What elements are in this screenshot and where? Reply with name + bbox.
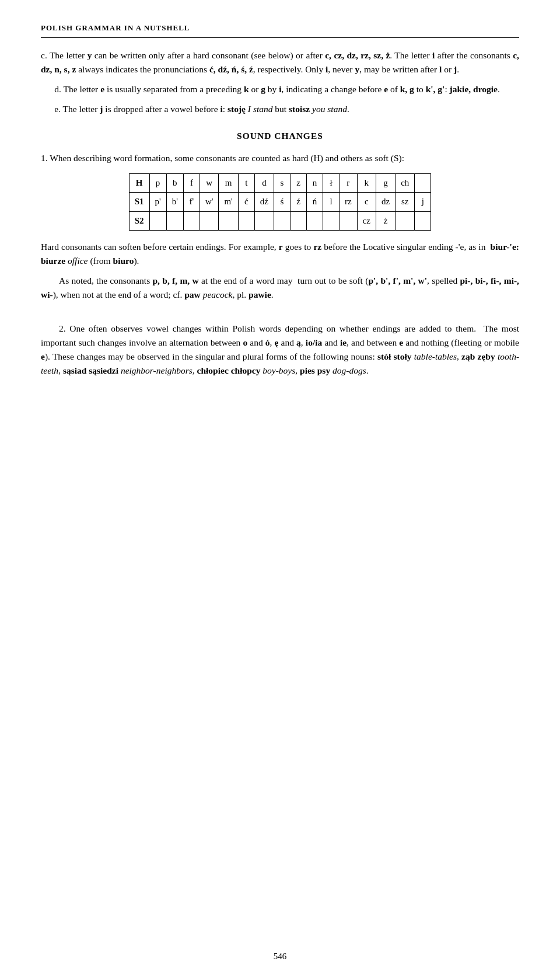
main-content: c. The letter y can be written only afte… [41, 48, 519, 378]
table-row-s1: S1 p' b' f' w' m' ć dź ś ź ń l rz c dz s… [129, 193, 431, 211]
cell-h-m: m [219, 174, 238, 193]
cell-s1-m: m' [219, 193, 238, 211]
cell-s2-10 [307, 211, 323, 230]
paragraph-c: c. The letter y can be written only afte… [41, 48, 519, 76]
cell-h-empty [415, 174, 431, 193]
cell-s2-cz: cz [357, 211, 376, 230]
cell-s1-w: w' [200, 193, 219, 211]
item-2-para: 2. One often observes vowel changes with… [41, 322, 519, 378]
cell-h-w: w [200, 174, 219, 193]
soft-consonants-para: As noted, the consonants p, b, f, m, w a… [41, 274, 519, 302]
row-label-s1: S1 [129, 193, 149, 211]
cell-s2-1 [149, 211, 166, 230]
cell-s1-dz-acute: dź [254, 193, 274, 211]
cell-s2-4 [200, 211, 219, 230]
cell-h-d: d [254, 174, 274, 193]
page: POLISH GRAMMAR IN A NUTSHELL c. The lett… [0, 0, 560, 979]
cell-s2-15 [396, 211, 415, 230]
cell-h-z: z [290, 174, 307, 193]
cell-s2-12 [340, 211, 358, 230]
row-label-s2: S2 [129, 211, 149, 230]
cell-s1-f: f' [183, 193, 200, 211]
page-number: 546 [274, 952, 287, 961]
row-label-h: H [129, 174, 149, 193]
cell-h-p: p [149, 174, 166, 193]
cell-h-s: s [274, 174, 290, 193]
table-row-h: H p b f w m t d s z n ł r k g ch [129, 174, 431, 193]
cell-s1-dz: dz [376, 193, 395, 211]
cell-s1-p: p' [149, 193, 166, 211]
sound-table: H p b f w m t d s z n ł r k g ch [129, 173, 432, 231]
cell-s2-2 [166, 211, 183, 230]
cell-s1-n-acute: ń [307, 193, 323, 211]
paragraph-d: d. The letter e is usually separated fro… [41, 82, 519, 96]
cell-s1-sz: sz [396, 193, 415, 211]
header-divider [41, 37, 519, 38]
cell-s2-11 [323, 211, 340, 230]
table-row-s2: S2 cz ż [129, 211, 431, 230]
cell-h-l-stroke: ł [323, 174, 340, 193]
cell-h-f: f [183, 174, 200, 193]
cell-s2-8 [274, 211, 290, 230]
cell-s2-z-dot: ż [376, 211, 395, 230]
cell-s2-16 [415, 211, 431, 230]
item-1-intro: 1. When describing word formation, some … [41, 151, 519, 165]
page-footer: 546 [0, 952, 560, 961]
cell-h-b: b [166, 174, 183, 193]
cell-h-k: k [357, 174, 376, 193]
cell-s1-l: l [323, 193, 340, 211]
cell-s1-c-acute: ć [238, 193, 254, 211]
cell-h-n: n [307, 174, 323, 193]
cell-s1-j: j [415, 193, 431, 211]
sound-changes-heading: SOUND CHANGES [41, 129, 519, 143]
cell-s1-s-acute: ś [274, 193, 290, 211]
cell-s2-6 [238, 211, 254, 230]
cell-s1-b: b' [166, 193, 183, 211]
cell-h-r: r [340, 174, 358, 193]
cell-s2-7 [254, 211, 274, 230]
cell-s2-3 [183, 211, 200, 230]
cell-s1-z-acute: ź [290, 193, 307, 211]
hard-consonants-para: Hard consonants can soften before certai… [41, 240, 519, 268]
cell-s2-9 [290, 211, 307, 230]
cell-s2-5 [219, 211, 238, 230]
cell-h-t: t [238, 174, 254, 193]
cell-h-g: g [376, 174, 395, 193]
cell-s1-c: c [357, 193, 376, 211]
cell-s1-rz: rz [340, 193, 358, 211]
cell-h-ch: ch [396, 174, 415, 193]
page-header: POLISH GRAMMAR IN A NUTSHELL [41, 23, 519, 33]
paragraph-e: e. The letter j is dropped after a vowel… [41, 102, 519, 116]
